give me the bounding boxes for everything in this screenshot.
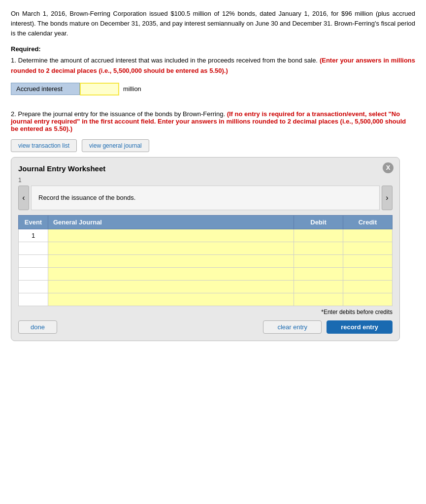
journal-input-5[interactable] (48, 281, 294, 293)
table-row (19, 280, 393, 293)
accrued-interest-label: Accrued interest (11, 83, 80, 95)
journal-entry-worksheet: Journal Entry Worksheet X 1 ‹ Record the… (11, 157, 400, 341)
table-row (19, 242, 393, 254)
q1-main-text: Determine the amount of accrued interest… (18, 57, 320, 64)
col-general-journal: General Journal (48, 215, 294, 229)
table-row (19, 267, 393, 280)
journal-table: Event General Journal Debit Credit 1 (18, 215, 393, 306)
journal-input-4[interactable] (48, 268, 294, 280)
close-button[interactable]: X (383, 162, 393, 173)
view-general-journal-button[interactable]: view general journal (82, 139, 149, 152)
table-row: 1 (19, 229, 393, 242)
credit-input-2[interactable] (343, 242, 392, 254)
debit-cell-2[interactable] (294, 242, 343, 254)
event-cell-4 (19, 267, 48, 280)
credit-cell-5[interactable] (343, 280, 393, 293)
credit-cell-4[interactable] (343, 267, 393, 280)
event-cell-2 (19, 242, 48, 254)
debits-before-credits-note: *Enter debits before credits (18, 309, 393, 315)
journal-table-header: Event General Journal Debit Credit (19, 215, 393, 229)
journal-input-2[interactable] (48, 242, 294, 254)
credit-input-1[interactable] (343, 229, 392, 242)
right-buttons-group: clear entry record entry (263, 320, 393, 334)
table-row (19, 254, 393, 267)
debit-input-1[interactable] (294, 229, 343, 242)
credit-cell-6[interactable] (343, 293, 393, 306)
accrued-interest-input[interactable] (80, 83, 119, 95)
col-event: Event (19, 215, 48, 229)
bottom-buttons-row: done clear entry record entry (18, 320, 393, 334)
q2-number: 2. (11, 110, 16, 118)
journal-cell-3[interactable] (48, 254, 294, 267)
event-cell-5 (19, 280, 48, 293)
credit-cell-1[interactable] (343, 229, 393, 242)
debit-cell-4[interactable] (294, 267, 343, 280)
nav-counter: 1 (18, 177, 393, 184)
debit-cell-6[interactable] (294, 293, 343, 306)
journal-cell-1[interactable] (48, 229, 294, 242)
prev-nav-button[interactable]: ‹ (18, 186, 29, 210)
debit-input-4[interactable] (294, 268, 343, 280)
q1-number: 1. (11, 57, 16, 64)
record-description: Record the issuance of the bonds. (31, 186, 380, 210)
event-cell-1: 1 (19, 229, 48, 242)
debit-input-6[interactable] (294, 293, 343, 306)
journal-input-6[interactable] (48, 293, 294, 306)
done-button[interactable]: done (18, 320, 57, 334)
next-nav-button[interactable]: › (382, 186, 393, 210)
table-row (19, 293, 393, 306)
question-2-block: 2. Prepare the journal entry for the iss… (11, 110, 415, 341)
event-cell-6 (19, 293, 48, 306)
journal-cell-6[interactable] (48, 293, 294, 306)
debit-input-5[interactable] (294, 281, 343, 293)
journal-input-1[interactable] (48, 229, 294, 242)
journal-cell-2[interactable] (48, 242, 294, 254)
accrued-interest-row: Accrued interest million (11, 83, 415, 95)
clear-entry-button[interactable]: clear entry (263, 320, 322, 334)
worksheet-title: Journal Entry Worksheet (18, 164, 393, 173)
q1-text: 1. Determine the amount of accrued inter… (11, 56, 415, 75)
view-transaction-list-button[interactable]: view transaction list (11, 139, 77, 152)
credit-cell-2[interactable] (343, 242, 393, 254)
credit-input-6[interactable] (343, 293, 392, 306)
credit-input-4[interactable] (343, 268, 392, 280)
credit-cell-3[interactable] (343, 254, 393, 267)
debit-input-2[interactable] (294, 242, 343, 254)
col-credit: Credit (343, 215, 393, 229)
million-unit-label: million (123, 85, 141, 93)
question-1-block: 1. Determine the amount of accrued inter… (11, 56, 415, 95)
intro-paragraph: On March 1, 2016, Brown-Ferring Corporat… (11, 9, 415, 38)
debit-cell-1[interactable] (294, 229, 343, 242)
nav-area: ‹ Record the issuance of the bonds. › (18, 186, 393, 210)
debit-input-3[interactable] (294, 255, 343, 267)
credit-input-5[interactable] (343, 281, 392, 293)
journal-table-body: 1 (19, 229, 393, 306)
journal-cell-4[interactable] (48, 267, 294, 280)
debit-cell-3[interactable] (294, 254, 343, 267)
journal-input-3[interactable] (48, 255, 294, 267)
q2-main-text: Prepare the journal entry for the issuan… (18, 110, 227, 118)
journal-cell-5[interactable] (48, 280, 294, 293)
col-debit: Debit (294, 215, 343, 229)
event-cell-3 (19, 254, 48, 267)
action-buttons-row: view transaction list view general journ… (11, 139, 415, 152)
credit-input-3[interactable] (343, 255, 392, 267)
q2-text: 2. Prepare the journal entry for the iss… (11, 110, 415, 132)
required-label: Required: (11, 45, 415, 53)
record-entry-button[interactable]: record entry (327, 320, 393, 334)
debit-cell-5[interactable] (294, 280, 343, 293)
